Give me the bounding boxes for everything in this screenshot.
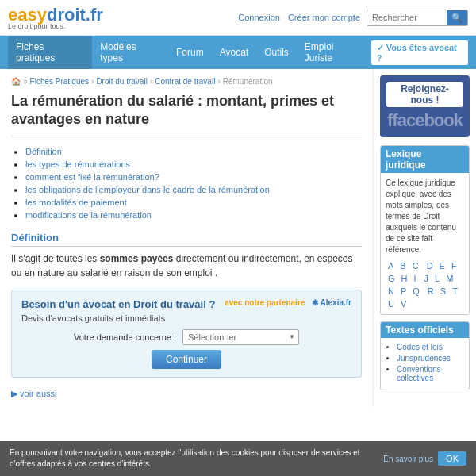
lexique-letter-I[interactable]: I	[412, 273, 419, 284]
nav-outils[interactable]: Outils	[256, 41, 297, 63]
lexique-letter-U[interactable]: U	[386, 298, 397, 309]
lexique-letter-S[interactable]: S	[438, 286, 448, 297]
lexique-letter-M[interactable]: M	[443, 273, 455, 284]
sidebar-facebook[interactable]: Rejoignez-nous ! ffacebook	[380, 75, 470, 137]
continuer-button[interactable]: Continuer	[152, 350, 221, 369]
lexique-letter-R[interactable]: R	[425, 286, 436, 297]
page-title: La rémunération du salarié : montant, pr…	[11, 92, 362, 136]
textes-codes[interactable]: Codes et lois	[397, 343, 443, 351]
cta-form: Votre demande concerne : Sélectionner Li…	[21, 329, 351, 369]
lexique-letter-H[interactable]: H	[399, 273, 410, 284]
header-links: Connexion Créer mon compte	[238, 13, 360, 22]
lexique-letter-V[interactable]: V	[398, 298, 409, 309]
cta-form-row: Votre demande concerne : Sélectionner Li…	[74, 329, 299, 345]
lexique-letter-C[interactable]: C	[410, 260, 421, 271]
lexique-text: Ce lexique juridique explique, avec des …	[386, 178, 464, 255]
toc-item-0[interactable]: Définition	[25, 147, 62, 156]
cta-subtitle: Devis d'avocats gratuits et immédiats	[21, 313, 351, 323]
facebook-rejoignez: Rejoignez-nous !	[386, 82, 463, 107]
search-input[interactable]	[367, 10, 447, 25]
breadcrumb-droit[interactable]: Droit du travail	[96, 77, 147, 86]
textes-conventions[interactable]: Conventions-collectives	[397, 365, 443, 382]
lexique-letter-N[interactable]: N	[386, 286, 397, 297]
lexique-title: Lexique juridique	[381, 146, 469, 173]
breadcrumb: 🏠 » Fiches Pratiques › Droit du travail …	[11, 77, 362, 86]
section-definition-title: Définition	[11, 232, 362, 247]
lexique-letter-P[interactable]: P	[398, 286, 409, 297]
content-wrapper: 🏠 » Fiches Pratiques › Droit du travail …	[0, 69, 476, 407]
main-content: 🏠 » Fiches Pratiques › Droit du travail …	[0, 69, 373, 407]
breadcrumb-sep: »	[23, 77, 28, 86]
cta-label: Votre demande concerne :	[74, 332, 176, 342]
nav-modeles[interactable]: Modèles types	[92, 36, 168, 69]
breadcrumb-home[interactable]: 🏠	[11, 77, 21, 86]
breadcrumb-sep3: ›	[150, 77, 152, 86]
nav-forum[interactable]: Forum	[168, 41, 212, 63]
lexique-letter-G[interactable]: G	[386, 273, 397, 284]
cta-box: Besoin d'un avocat en Droit du travail ?…	[11, 290, 362, 378]
sidebar: Rejoignez-nous ! ffacebook Lexique jurid…	[373, 69, 476, 407]
toc-item-5[interactable]: modifications de la rémunération	[25, 210, 152, 220]
voir-aussi[interactable]: ▶ voir aussi	[11, 389, 362, 399]
lexique-letter-L[interactable]: L	[432, 273, 442, 284]
navbar-right: ✓ Vous êtes avocat ?	[371, 40, 468, 65]
header: easydroit.fr Le droit pour tous. Connexi…	[0, 0, 476, 36]
connexion-link[interactable]: Connexion	[238, 13, 280, 22]
lexique-letter-T[interactable]: T	[450, 286, 460, 297]
cta-box-header: Besoin d'un avocat en Droit du travail ?…	[21, 298, 351, 310]
lexique-letters: ABCDEFGHIJLMNPQRSTUV	[386, 260, 464, 309]
textes-list: Codes et lois Jurisprudences Conventions…	[386, 343, 464, 382]
lexique-letter-J[interactable]: J	[422, 273, 432, 284]
breadcrumb-sep2: ›	[91, 77, 94, 86]
cta-partner: avec notre partenaire ✱ Alexia.fr	[225, 298, 351, 307]
creer-compte-link[interactable]: Créer mon compte	[288, 13, 360, 22]
toc-item-2[interactable]: comment est fixé la rémunération?	[25, 172, 159, 182]
lexique-letter-F[interactable]: F	[449, 260, 459, 271]
nav-fiches[interactable]: Fiches pratiques	[8, 36, 92, 69]
section-definition-text: Il s'agit de toutes les sommes payées di…	[11, 251, 362, 280]
nav-emploi[interactable]: Emploi Juriste	[297, 36, 371, 69]
toc-item-3[interactable]: les obligations de l'employeur dans le c…	[25, 185, 270, 194]
lexique-letter-Q[interactable]: Q	[410, 286, 422, 297]
lexique-letter-A[interactable]: A	[386, 260, 396, 271]
lexique-letter-B[interactable]: B	[397, 260, 408, 271]
facebook-logo: ffacebook	[386, 110, 463, 131]
header-right: Connexion Créer mon compte 🔍	[238, 10, 468, 26]
navbar: Fiches pratiques Modèles types Forum Avo…	[0, 36, 476, 69]
lexique-letter-D[interactable]: D	[424, 260, 436, 271]
textes-box: Textes officiels Codes et lois Jurisprud…	[380, 321, 470, 390]
breadcrumb-contrat[interactable]: Contrat de travail	[155, 77, 215, 86]
textes-jurisprudences[interactable]: Jurisprudences	[397, 354, 451, 363]
lexique-letter-E[interactable]: E	[437, 260, 447, 271]
nav-avocat[interactable]: Avocat	[212, 41, 256, 63]
toc-item-1[interactable]: les types de rémunérations	[25, 159, 130, 169]
toc: Définition les types de rémunérations co…	[11, 146, 362, 221]
search-button[interactable]: 🔍	[447, 10, 467, 25]
lexique-box: Lexique juridique Ce lexique juridique e…	[380, 145, 470, 315]
breadcrumb-current: Rémunération	[223, 77, 273, 86]
cta-select[interactable]: Sélectionner Licenciement Contrat de tra…	[182, 329, 299, 345]
cta-box-title: Besoin d'un avocat en Droit du travail ?	[21, 298, 215, 310]
toc-item-4[interactable]: les modalités de paiement	[25, 198, 127, 207]
cta-select-wrap: Sélectionner Licenciement Contrat de tra…	[182, 329, 299, 345]
breadcrumb-sep4: ›	[217, 77, 220, 86]
breadcrumb-fiches[interactable]: Fiches Pratiques	[30, 77, 89, 86]
textes-title: Textes officiels	[381, 322, 469, 338]
search-bar: 🔍	[367, 10, 468, 26]
vous-etes-avocat-badge[interactable]: ✓ Vous êtes avocat ?	[371, 40, 468, 65]
logo-area: easydroit.fr Le droit pour tous.	[8, 5, 103, 30]
